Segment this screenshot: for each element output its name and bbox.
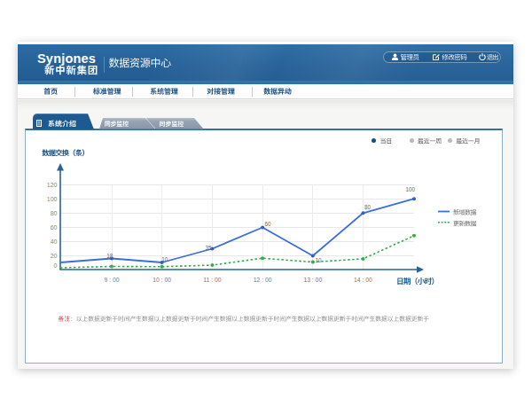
svg-text:35: 35 [206,245,213,251]
svg-text:80: 80 [364,204,372,210]
svg-text:80: 80 [51,210,58,216]
svg-text:100: 100 [47,196,58,202]
svg-text:11 : 00: 11 : 00 [203,277,222,283]
svg-text:9 : 00: 9 : 00 [104,277,119,283]
svg-text:10: 10 [316,257,323,263]
svg-text:20: 20 [51,253,58,259]
svg-text:18: 18 [106,253,113,259]
svg-text:10: 10 [161,256,168,262]
svg-text:120: 120 [47,182,58,188]
svg-text:10 : 00: 10 : 00 [153,277,171,283]
svg-text:12 : 00: 12 : 00 [254,277,272,283]
svg-text:13 : 00: 13 : 00 [303,277,322,283]
svg-text:100: 100 [406,186,416,192]
svg-text:0: 0 [54,262,58,269]
svg-text:14 : 00: 14 : 00 [354,277,372,283]
svg-text:60: 60 [265,221,272,227]
svg-text:60: 60 [51,224,58,231]
svg-text:40: 40 [51,239,58,245]
